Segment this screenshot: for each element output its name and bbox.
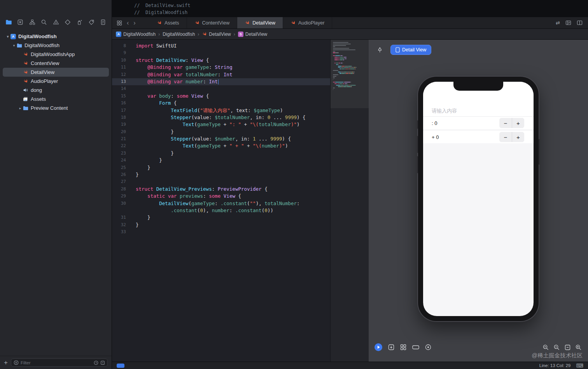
stepper-control[interactable]: −+ <box>499 118 524 128</box>
line-number[interactable]: 31 <box>112 214 131 221</box>
content-text-field[interactable] <box>423 105 534 117</box>
code-editor[interactable]: 8import SwiftUI910struct DetailView: Vie… <box>112 40 330 362</box>
code-line[interactable]: 23 } <box>112 150 330 157</box>
line-number[interactable]: 11 <box>112 64 131 71</box>
code-line[interactable]: 21 Stepper(value: $number, in: 1 ... 999… <box>112 135 330 142</box>
code-line[interactable]: 33 <box>112 228 330 235</box>
find-navigator-icon[interactable] <box>40 19 47 26</box>
line-number[interactable]: 18 <box>112 114 131 121</box>
keyboard-icon[interactable]: ⌨ <box>576 363 583 369</box>
line-number[interactable]: 13 <box>112 78 131 85</box>
tab-contentview[interactable]: ContentView <box>187 17 238 28</box>
chevron-right-icon[interactable]: ▸ <box>18 106 23 110</box>
code-line[interactable]: 16 Form { <box>112 100 330 107</box>
line-number[interactable]: 14 <box>112 85 131 92</box>
code-line[interactable]: 20 } <box>112 128 330 135</box>
line-number[interactable]: 16 <box>112 100 131 107</box>
sidebar-item-digitalwoodfishapp[interactable]: DigitalWoodfishApp <box>3 50 109 59</box>
line-number[interactable]: 8 <box>112 42 131 49</box>
breadcrumb-item-2[interactable]: DetailView <box>202 32 231 37</box>
debug-navigator-icon[interactable] <box>76 19 83 26</box>
line-number[interactable]: 25 <box>112 164 131 171</box>
editor-options-icon[interactable] <box>565 20 571 26</box>
sidebar-item-digitalwoodfish[interactable]: ▾ADigitalWoodfish <box>3 32 109 41</box>
sidebar-item-preview-content[interactable]: ▸Preview Content <box>3 104 109 112</box>
source-control-icon[interactable] <box>17 19 24 26</box>
code-line[interactable]: 29 static var previews: some View { <box>112 193 330 200</box>
zoom-actual-button[interactable] <box>553 344 560 351</box>
line-number[interactable]: 10 <box>112 57 131 64</box>
line-number[interactable]: 19 <box>112 121 131 128</box>
add-file-button[interactable]: + <box>4 359 8 366</box>
line-number[interactable]: 24 <box>112 157 131 164</box>
pin-preview-button[interactable] <box>375 45 384 54</box>
variants-button[interactable] <box>400 344 407 351</box>
code-line[interactable]: 12 @Binding var totalNumber: Int <box>112 71 330 78</box>
stepper-minus-button[interactable]: − <box>499 118 512 128</box>
code-line[interactable]: .constant(0), number: .constant(0)) <box>112 207 330 214</box>
line-number[interactable]: 12 <box>112 71 131 78</box>
code-line[interactable]: 17 TextField("请输入内容", text: $gameType) <box>112 107 330 114</box>
breadcrumb-item-0[interactable]: ADigitalWoodfish <box>116 32 156 37</box>
tab-audioplayer[interactable]: AudioPlayer <box>283 17 332 28</box>
live-preview-button[interactable] <box>374 343 383 351</box>
device-settings-button[interactable] <box>412 344 420 351</box>
code-line[interactable]: 30 DetailView(gameType: .constant(""), t… <box>112 200 330 207</box>
preview-on-device-button[interactable] <box>388 344 395 351</box>
sidebar-item-audioplayer[interactable]: AudioPlayer <box>3 77 109 86</box>
code-line[interactable]: 28struct DetailView_Previews: PreviewPro… <box>112 186 330 193</box>
code-review-icon[interactable]: ⇄ <box>556 20 560 26</box>
code-line[interactable]: 15 var body: some View { <box>112 93 330 100</box>
tab-overview-icon[interactable] <box>117 20 122 26</box>
environment-overrides-button[interactable] <box>425 344 432 351</box>
recent-files-icon[interactable] <box>94 360 98 365</box>
line-number[interactable]: 33 <box>112 228 131 235</box>
issue-navigator-icon[interactable] <box>52 19 60 26</box>
stepper-control[interactable]: −+ <box>499 132 524 142</box>
zoom-out-button[interactable] <box>542 344 549 351</box>
tab-detailview[interactable]: DetailView <box>237 17 283 28</box>
symbol-navigator-icon[interactable] <box>29 19 36 26</box>
sidebar-item-contentview[interactable]: ContentView <box>3 59 109 68</box>
add-editor-icon[interactable] <box>577 20 583 26</box>
code-line[interactable]: 10struct DetailView: View { <box>112 57 330 64</box>
line-number[interactable]: 20 <box>112 128 131 135</box>
line-number[interactable]: 22 <box>112 142 131 149</box>
line-number[interactable]: 26 <box>112 171 131 178</box>
breakpoint-navigator-icon[interactable] <box>88 19 95 26</box>
sidebar-item-detailview[interactable]: DetailView <box>3 68 109 77</box>
line-number[interactable]: 28 <box>112 186 131 193</box>
status-indicator-pill[interactable] <box>117 364 124 368</box>
editor-minimap[interactable] <box>330 40 369 362</box>
line-number[interactable]: 30 <box>112 200 131 207</box>
project-navigator-icon[interactable] <box>5 19 12 26</box>
breadcrumb-item-3[interactable]: SDetailView <box>238 32 267 37</box>
sidebar-item-dong[interactable]: dong <box>3 86 109 95</box>
line-number[interactable]: 17 <box>112 107 131 114</box>
code-line[interactable]: 9 <box>112 49 330 56</box>
code-line[interactable]: 19 Text(gameType + ": " + "\(totalNumber… <box>112 121 330 128</box>
code-line[interactable]: 18 Stepper(value: $totalNumber, in: 0 ..… <box>112 114 330 121</box>
line-number[interactable] <box>112 207 131 214</box>
zoom-in-button[interactable] <box>575 344 582 351</box>
filter-input[interactable] <box>21 360 92 365</box>
preview-detail-view-button[interactable]: Detail View <box>390 45 431 55</box>
breadcrumb-item-1[interactable]: DigitalWoodfish <box>163 32 195 37</box>
stepper-minus-button[interactable]: − <box>499 132 512 142</box>
code-line[interactable]: 22 Text(gameType + " + " + "\(number)") <box>112 142 330 149</box>
chevron-down-icon[interactable]: ▾ <box>11 44 17 47</box>
line-number[interactable]: 32 <box>112 221 131 228</box>
sidebar-item-digitalwoodfish[interactable]: ▾DigitalWoodfish <box>3 41 109 50</box>
line-number[interactable]: 15 <box>112 93 131 100</box>
line-number[interactable]: 23 <box>112 150 131 157</box>
code-line[interactable]: 13 @Binding var number: Int <box>112 78 330 85</box>
line-number[interactable]: 27 <box>112 178 131 185</box>
code-line[interactable]: 27 <box>112 178 330 185</box>
code-line[interactable]: 25 } <box>112 164 330 171</box>
line-number[interactable]: 9 <box>112 49 131 56</box>
chevron-down-icon[interactable]: ▾ <box>5 35 10 39</box>
code-line[interactable]: 14 <box>112 85 330 92</box>
back-icon[interactable]: ‹ <box>127 20 129 26</box>
zoom-fit-button[interactable] <box>564 344 571 351</box>
line-number[interactable]: 29 <box>112 193 131 200</box>
